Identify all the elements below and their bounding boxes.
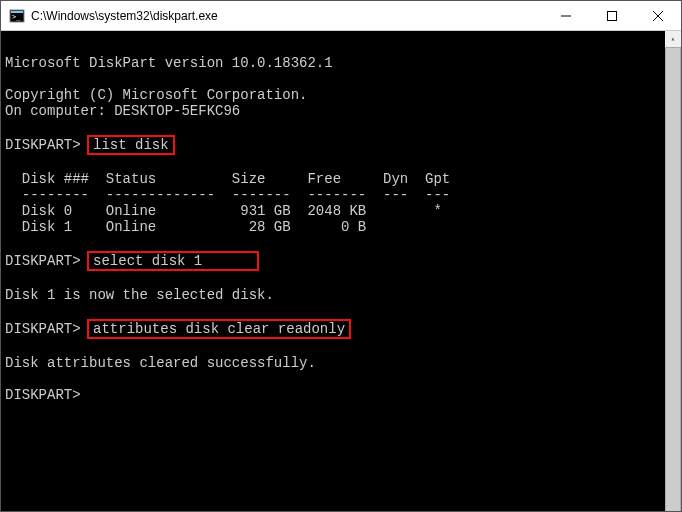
computer-line: On computer: DESKTOP-5EFKC96 — [5, 103, 677, 119]
version-line: Microsoft DiskPart version 10.0.18362.1 — [5, 55, 677, 71]
close-button[interactable] — [635, 1, 681, 30]
cmd-list-disk: list disk — [93, 137, 169, 153]
app-icon: >_ — [9, 8, 25, 24]
scroll-up-arrow[interactable]: ▴ — [665, 31, 681, 47]
cmd-select-disk: select disk 1 — [93, 253, 202, 269]
copyright-line: Copyright (C) Microsoft Corporation. — [5, 87, 677, 103]
maximize-button[interactable] — [589, 1, 635, 30]
prompt: DISKPART> — [5, 253, 81, 269]
svg-text:>_: >_ — [12, 13, 21, 21]
prompt: DISKPART> — [5, 321, 81, 337]
highlight-attributes: attributes disk clear readonly — [87, 319, 351, 339]
svg-rect-4 — [608, 11, 617, 20]
table-header: Disk ### Status Size Free Dyn Gpt — [5, 171, 677, 187]
table-row: Disk 1 Online 28 GB 0 B — [5, 219, 677, 235]
prompt: DISKPART> — [5, 387, 81, 403]
select-result: Disk 1 is now the selected disk. — [5, 287, 677, 303]
prompt: DISKPART> — [5, 137, 81, 153]
console-window: >_ C:\Windows\system32\diskpart.exe Micr… — [0, 0, 682, 512]
terminal-content: Microsoft DiskPart version 10.0.18362.1C… — [5, 39, 677, 403]
attributes-result: Disk attributes cleared successfully. — [5, 355, 677, 371]
vertical-scrollbar[interactable]: ▴ — [665, 31, 681, 511]
minimize-button[interactable] — [543, 1, 589, 30]
scroll-thumb[interactable] — [665, 47, 681, 511]
highlight-select-disk: select disk 1 — [87, 251, 259, 271]
window-title: C:\Windows\system32\diskpart.exe — [31, 9, 543, 23]
table-row: Disk 0 Online 931 GB 2048 KB * — [5, 203, 677, 219]
window-controls — [543, 1, 681, 30]
highlight-list-disk: list disk — [87, 135, 175, 155]
table-divider: -------- ------------- ------- ------- -… — [5, 187, 677, 203]
titlebar[interactable]: >_ C:\Windows\system32\diskpart.exe — [1, 1, 681, 31]
cmd-attributes: attributes disk clear readonly — [93, 321, 345, 337]
terminal-area[interactable]: Microsoft DiskPart version 10.0.18362.1C… — [1, 31, 681, 511]
